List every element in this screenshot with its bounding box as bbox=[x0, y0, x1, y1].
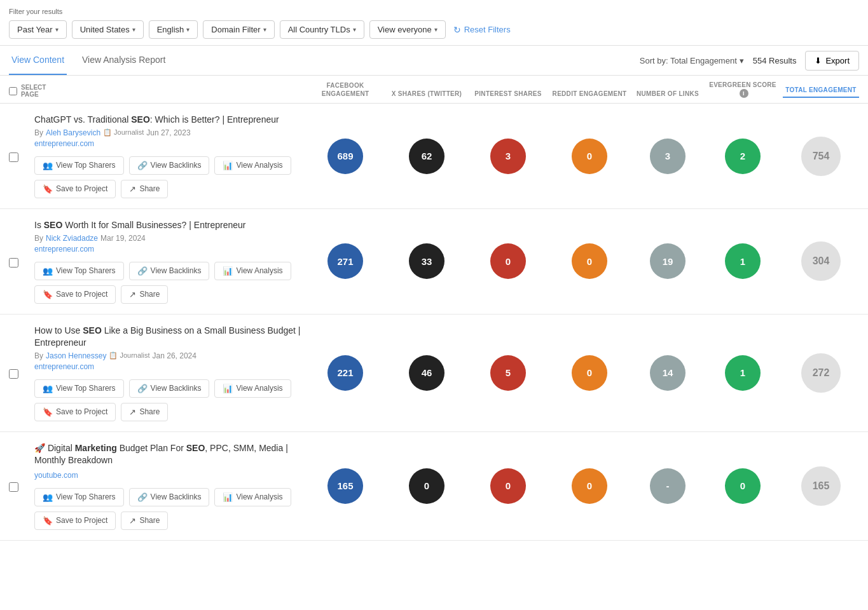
share-icon: ↗ bbox=[129, 407, 136, 417]
filter-domain[interactable]: Domain Filter ▾ bbox=[203, 20, 274, 39]
evergreen-col-header: Evergreen Score i bbox=[708, 81, 778, 98]
results-count: 554 Results bbox=[753, 56, 797, 65]
action-share-label: Share bbox=[139, 407, 160, 416]
tab-view-analysis[interactable]: View Analysis Report bbox=[79, 46, 168, 75]
tab-actions: Sort by: Total Engagement ▾ 554 Results … bbox=[640, 51, 859, 71]
filter-tlds[interactable]: All Country TLDs ▾ bbox=[280, 20, 364, 39]
row-checkbox[interactable] bbox=[9, 369, 18, 379]
facebook-circle: 221 bbox=[327, 355, 363, 391]
row-checkbox[interactable] bbox=[9, 482, 18, 492]
pinterest-circle: 5 bbox=[490, 355, 526, 391]
action-sharers-button[interactable]: 👥 View Top Sharers bbox=[34, 488, 124, 506]
filter-time[interactable]: Past Year ▾ bbox=[9, 20, 67, 39]
author-link[interactable]: Aleh Barysevich bbox=[46, 128, 100, 137]
filter-language[interactable]: English ▾ bbox=[149, 20, 198, 39]
evergreen-info-icon[interactable]: i bbox=[740, 89, 748, 98]
action-analysis-button[interactable]: 📊 View Analysis bbox=[214, 488, 291, 506]
reddit-circle: 0 bbox=[572, 355, 607, 391]
article-info: Is SEO Worth It for Small Businesses? | … bbox=[34, 219, 302, 304]
filter-domain-label: Domain Filter bbox=[211, 25, 260, 34]
xshares-col-header: X Shares (Twitter) bbox=[389, 90, 465, 98]
action-sharers-button[interactable]: 👥 View Top Sharers bbox=[34, 262, 124, 280]
sharers-icon: 👥 bbox=[43, 492, 53, 502]
action-share-label: Share bbox=[139, 184, 160, 193]
action-sharers-button[interactable]: 👥 View Top Sharers bbox=[34, 379, 124, 398]
article-info-cell: 🚀 Digital Marketing Budget Plan For SEO,… bbox=[34, 442, 302, 530]
action-analysis-button[interactable]: 📊 View Analysis bbox=[214, 156, 291, 175]
row-checkbox-cell bbox=[9, 150, 29, 162]
xshares-metric: 0 bbox=[389, 468, 465, 504]
action-save-button[interactable]: 🔖 Save to Project bbox=[34, 180, 116, 198]
journalist-badge: 📋 Journalist bbox=[109, 351, 149, 360]
reddit-metric: 0 bbox=[551, 243, 628, 279]
action-share-button[interactable]: ↗ Share bbox=[121, 403, 168, 421]
xshares-circle: 0 bbox=[409, 468, 444, 504]
table-row: Is SEO Worth It for Small Businesses? | … bbox=[0, 209, 868, 315]
table-row: How to Use SEO Like a Big Business on a … bbox=[0, 315, 868, 432]
save-icon: 🔖 bbox=[43, 184, 53, 194]
refresh-icon: ↻ bbox=[453, 25, 461, 35]
action-sharers-label: View Top Sharers bbox=[56, 384, 116, 393]
row-checkbox[interactable] bbox=[9, 152, 18, 162]
action-analysis-label: View Analysis bbox=[236, 384, 282, 393]
select-all-checkbox[interactable] bbox=[9, 86, 17, 96]
author-link[interactable]: Nick Zviadadze bbox=[46, 234, 98, 243]
pinterest-col-header: Pinterest Shares bbox=[470, 90, 546, 98]
action-sharers-label: View Top Sharers bbox=[56, 492, 116, 501]
action-share-button[interactable]: ↗ Share bbox=[121, 285, 168, 304]
reset-filters-button[interactable]: ↻ Reset Filters bbox=[453, 25, 511, 35]
backlinks-icon: 🔗 bbox=[137, 492, 148, 502]
action-save-button[interactable]: 🔖 Save to Project bbox=[34, 403, 116, 421]
pinterest-circle: 0 bbox=[490, 243, 526, 279]
article-meta: By Aleh Barysevich 📋 Journalist Jun 27, … bbox=[34, 128, 302, 137]
links-metric: 19 bbox=[633, 243, 703, 279]
action-analysis-button[interactable]: 📊 View Analysis bbox=[214, 379, 291, 398]
sort-label-text: Sort by: Total Engagement bbox=[640, 56, 737, 65]
action-share-button[interactable]: ↗ Share bbox=[121, 512, 168, 530]
pinterest-circle: 0 bbox=[490, 468, 526, 504]
share-icon: ↗ bbox=[129, 184, 136, 194]
action-save-label: Save to Project bbox=[56, 407, 107, 416]
article-date: Jan 26, 2024 bbox=[153, 351, 196, 360]
articles-list: ChatGPT vs. Traditional SEO: Which is Be… bbox=[0, 104, 868, 541]
action-sharers-button[interactable]: 👥 View Top Sharers bbox=[34, 156, 124, 175]
article-info-cell: How to Use SEO Like a Big Business on a … bbox=[34, 325, 302, 421]
xshares-metric: 33 bbox=[389, 243, 465, 279]
article-title: 🚀 Digital Marketing Budget Plan For SEO,… bbox=[34, 442, 302, 467]
sort-dropdown[interactable]: Sort by: Total Engagement ▾ bbox=[640, 56, 744, 65]
reddit-circle: 0 bbox=[572, 139, 607, 174]
pinterest-metric: 0 bbox=[470, 243, 546, 279]
tabs-row: View Content View Analysis Report Sort b… bbox=[0, 46, 868, 76]
action-backlinks-button[interactable]: 🔗 View Backlinks bbox=[129, 156, 210, 175]
analysis-icon: 📊 bbox=[223, 492, 233, 502]
total-metric: 304 bbox=[783, 241, 859, 281]
facebook-metric: 221 bbox=[307, 355, 383, 391]
article-info: How to Use SEO Like a Big Business on a … bbox=[34, 325, 302, 421]
filter-label: Filter your results bbox=[9, 8, 859, 15]
xshares-metric: 62 bbox=[389, 139, 465, 174]
filter-view[interactable]: View everyone ▾ bbox=[369, 20, 446, 39]
author-link[interactable]: Jason Hennessey bbox=[46, 351, 106, 360]
action-share-button[interactable]: ↗ Share bbox=[121, 180, 168, 198]
action-analysis-button[interactable]: 📊 View Analysis bbox=[214, 262, 291, 280]
facebook-col-header: Facebook Engagement bbox=[307, 81, 383, 98]
article-domain: entrepreneur.com bbox=[34, 245, 302, 254]
tab-view-content[interactable]: View Content bbox=[9, 46, 67, 75]
action-save-button[interactable]: 🔖 Save to Project bbox=[34, 285, 116, 304]
chevron-down-icon: ▾ bbox=[434, 26, 437, 33]
reddit-metric: 0 bbox=[551, 139, 628, 174]
filter-country[interactable]: United States ▾ bbox=[72, 20, 144, 39]
action-backlinks-button[interactable]: 🔗 View Backlinks bbox=[129, 262, 210, 280]
action-save-button[interactable]: 🔖 Save to Project bbox=[34, 512, 116, 530]
action-backlinks-button[interactable]: 🔗 View Backlinks bbox=[129, 488, 210, 506]
export-button[interactable]: ⬇ Export bbox=[805, 51, 859, 71]
article-actions: 👥 View Top Sharers 🔗 View Backlinks 📊 Vi… bbox=[34, 156, 302, 198]
analysis-icon: 📊 bbox=[223, 384, 233, 393]
action-save-label: Save to Project bbox=[56, 516, 107, 525]
facebook-metric: 271 bbox=[307, 243, 383, 279]
article-title: Is SEO Worth It for Small Businesses? | … bbox=[34, 219, 302, 232]
action-backlinks-button[interactable]: 🔗 View Backlinks bbox=[129, 379, 210, 398]
row-checkbox[interactable] bbox=[9, 258, 18, 268]
article-meta: By Nick Zviadadze Mar 19, 2024 bbox=[34, 234, 302, 243]
table-row: ChatGPT vs. Traditional SEO: Which is Be… bbox=[0, 104, 868, 209]
